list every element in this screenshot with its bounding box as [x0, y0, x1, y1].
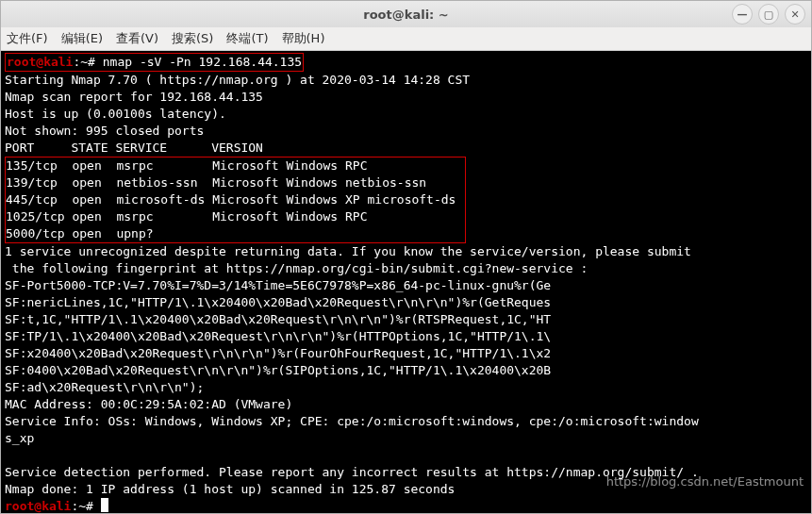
- menu-help[interactable]: 帮助(H): [282, 30, 325, 47]
- watermark-text: https://blog.csdn.net/Eastmount: [606, 473, 804, 490]
- close-button[interactable]: ✕: [785, 4, 805, 25]
- output-line: SF:t,1C,"HTTP/1\.1\x20400\x20Bad\x20Requ…: [5, 312, 551, 326]
- terminal-window: root@kali: ~ — ▢ ✕ 文件(F) 编辑(E) 查看(V) 搜索(…: [0, 0, 812, 514]
- output-line: SF:nericLines,1C,"HTTP/1\.1\x20400\x20Ba…: [5, 295, 551, 309]
- cursor-icon: [101, 498, 108, 512]
- output-line: Starting Nmap 7.70 ( https://nmap.org ) …: [5, 73, 470, 87]
- output-line: SF:TP/1\.1\x20400\x20Bad\x20Request\r\n\…: [5, 329, 551, 343]
- port-row: 5000/tcp open upnp?: [6, 226, 463, 240]
- menu-bar: 文件(F) 编辑(E) 查看(V) 搜索(S) 终端(T) 帮助(H): [1, 27, 811, 51]
- output-line: Service detection performed. Please repo…: [5, 465, 699, 479]
- prompt-user: root@kali: [5, 499, 71, 513]
- terminal-output[interactable]: root@kali:~# nmap -sV -Pn 192.168.44.135…: [1, 51, 811, 513]
- output-line: SF:ad\x20Request\r\n\r\n");: [5, 380, 204, 394]
- prompt-symbol: #: [88, 55, 95, 69]
- ports-highlight-box: 135/tcp open msrpc Microsoft Windows RPC…: [5, 157, 466, 243]
- window-controls: — ▢ ✕: [732, 4, 805, 25]
- maximize-button[interactable]: ▢: [758, 4, 779, 25]
- port-row: 135/tcp open msrpc Microsoft Windows RPC: [6, 158, 463, 173]
- output-line: SF:x20400\x20Bad\x20Request\r\n\r\n")%r(…: [5, 346, 551, 360]
- title-bar: root@kali: ~ — ▢ ✕: [1, 1, 811, 27]
- output-line: SF-Port5000-TCP:V=7.70%I=7%D=3/14%Time=5…: [5, 278, 551, 292]
- port-row: 1025/tcp open msrpc Microsoft Windows RP…: [6, 209, 463, 224]
- window-title: root@kali: ~: [363, 8, 448, 22]
- minimize-icon: —: [737, 9, 748, 20]
- output-line: Not shown: 995 closed ports: [5, 124, 204, 138]
- prompt-path: ~: [78, 499, 86, 513]
- output-header: PORT STATE SERVICE VERSION: [5, 141, 263, 155]
- menu-view[interactable]: 查看(V): [116, 30, 158, 47]
- output-line: SF:0400\x20Bad\x20Request\r\n\r\n")%r(SI…: [5, 363, 551, 377]
- output-line: Nmap scan report for 192.168.44.135: [5, 90, 263, 104]
- command-highlight-box: root@kali:~# nmap -sV -Pn 192.168.44.135: [5, 53, 304, 72]
- minimize-button[interactable]: —: [732, 4, 753, 25]
- menu-edit[interactable]: 编辑(E): [61, 30, 103, 47]
- port-row: 445/tcp open microsoft-ds Microsoft Wind…: [6, 192, 463, 207]
- menu-search[interactable]: 搜索(S): [172, 30, 213, 47]
- port-row: 139/tcp open netbios-ssn Microsoft Windo…: [6, 175, 463, 190]
- close-icon: ✕: [790, 9, 799, 20]
- output-line: MAC Address: 00:0C:29:5A:02:AD (VMware): [5, 397, 292, 411]
- prompt-path: ~: [80, 55, 88, 69]
- maximize-icon: ▢: [764, 9, 773, 20]
- menu-terminal[interactable]: 终端(T): [226, 30, 268, 47]
- output-line: s_xp: [5, 431, 34, 445]
- output-line: Service Info: OSs: Windows, Windows XP; …: [5, 414, 699, 428]
- output-line: Nmap done: 1 IP address (1 host up) scan…: [5, 482, 455, 496]
- output-line: the following fingerprint at https://nma…: [5, 261, 588, 275]
- prompt-user: root@kali: [7, 55, 73, 69]
- menu-file[interactable]: 文件(F): [7, 30, 48, 47]
- output-line: 1 service unrecognized despite returning…: [5, 244, 691, 258]
- prompt-symbol: #: [86, 499, 93, 513]
- output-line: Host is up (0.00100s latency).: [5, 107, 226, 121]
- command-text: nmap -sV -Pn 192.168.44.135: [103, 55, 302, 69]
